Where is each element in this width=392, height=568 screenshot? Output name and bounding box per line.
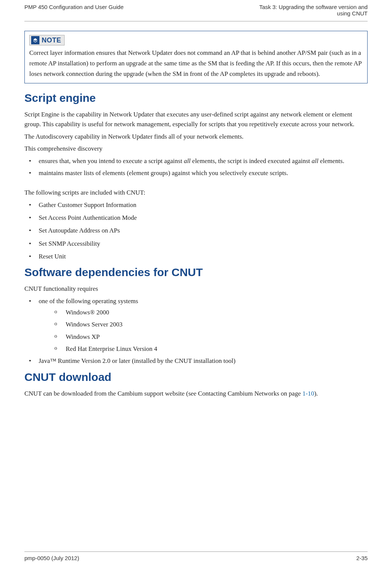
page-header: PMP 450 Configuration and User Guide Tas… <box>24 4 368 21</box>
header-right-line2: using CNUT <box>259 10 368 17</box>
list-item: Red Hat Enterprise Linux Version 4 <box>39 344 368 354</box>
heading-software-dependencies: Software dependencies for CNUT <box>24 266 368 279</box>
list-item: Java™ Runtime Version 2.0 or later (inst… <box>24 356 368 366</box>
bullet-text: ensures that, when you intend to execute… <box>39 157 184 165</box>
list-item: Windows® 2000 <box>39 308 368 317</box>
list-item: ensures that, when you intend to execute… <box>24 156 368 166</box>
list-item: Windows XP <box>39 332 368 342</box>
list-item: Reset Unit <box>24 252 368 261</box>
footer-left: pmp-0050 (July 2012) <box>24 555 79 561</box>
list-item: maintains master lists of elements (elem… <box>24 168 368 178</box>
heading-script-engine: Script engine <box>24 92 368 104</box>
header-right-line1: Task 3: Upgrading the software version a… <box>259 4 368 10</box>
list-item: Windows Server 2003 <box>39 320 368 329</box>
script-engine-para-1: Script Engine is the capability in Netwo… <box>24 110 368 130</box>
bullet-em: all <box>312 157 318 165</box>
list-item: Gather Customer Support Information <box>24 200 368 210</box>
note-label: NOTE <box>42 36 61 44</box>
script-engine-para-2b: This comprehensive discovery <box>24 144 368 154</box>
download-text-prefix: CNUT can be downloaded from the Cambium … <box>24 390 302 397</box>
download-text-suffix: ). <box>314 390 318 397</box>
header-title-right: Task 3: Upgrading the software version a… <box>259 4 368 17</box>
page-footer: pmp-0050 (July 2012) 2-35 <box>24 551 368 561</box>
heading-cnut-download: CNUT download <box>24 371 368 384</box>
header-title-left: PMP 450 Configuration and User Guide <box>24 4 124 17</box>
scripts-intro: The following scripts are included with … <box>24 188 368 198</box>
bullet-text: elements, the script is indeed executed … <box>191 157 312 165</box>
note-info-icon <box>31 36 39 44</box>
bullet-text: elements. <box>318 157 344 165</box>
bullet-em: all <box>184 157 191 165</box>
deps-list: one of the following operating systems W… <box>24 296 368 366</box>
os-sublist: Windows® 2000 Windows Server 2003 Window… <box>39 308 368 354</box>
note-body: Correct layer information ensures that N… <box>29 48 363 79</box>
list-item: Set SNMP Accessibility <box>24 239 368 249</box>
deps-os-label: one of the following operating systems <box>39 298 138 305</box>
note-box: NOTE Correct layer information ensures t… <box>24 31 368 83</box>
scripts-list: Gather Customer Support Information Set … <box>24 200 368 262</box>
script-engine-para-2a: The Autodiscovery capability in Network … <box>24 132 368 142</box>
list-item: Set Access Point Authentication Mode <box>24 213 368 223</box>
autodiscovery-list: ensures that, when you intend to execute… <box>24 156 368 178</box>
list-item: Set Autoupdate Address on APs <box>24 226 368 236</box>
deps-intro: CNUT functionality requires <box>24 284 368 294</box>
note-badge: NOTE <box>29 35 65 45</box>
list-item: one of the following operating systems W… <box>24 296 368 354</box>
download-para: CNUT can be downloaded from the Cambium … <box>24 389 368 399</box>
footer-right: 2-35 <box>356 555 368 561</box>
page-link[interactable]: 1-10 <box>302 390 314 397</box>
